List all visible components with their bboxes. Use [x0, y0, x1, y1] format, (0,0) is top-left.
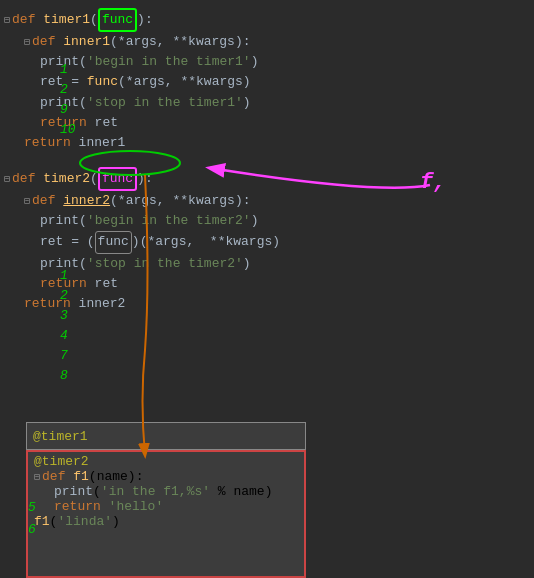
- line-ret-func1: ret = func(*args, **kwargs): [40, 72, 530, 92]
- fold-icon-inner1[interactable]: ⊟: [24, 35, 30, 51]
- line-print-begin2: print('begin in the timer2'): [40, 211, 530, 231]
- line-print-stop1: print('stop in the timer1'): [40, 93, 530, 113]
- line-timer1-def: ⊟ def timer1(func):: [4, 8, 530, 32]
- decorator1-box: @timer1: [26, 422, 306, 450]
- line-timer2-def: ⊟ def timer2(func):: [4, 167, 530, 191]
- annotation-7: 7: [60, 348, 68, 363]
- code-editor: ⊟ def timer1(func): ⊟ def inner1(*args, …: [0, 0, 534, 340]
- line-f1-def: ⊟ def f1(name):: [34, 469, 298, 484]
- line-print-stop2: print('stop in the timer2'): [40, 254, 530, 274]
- line-return-hello: return 'hello': [54, 499, 298, 514]
- decorator2-and-f1-box: @timer2 ⊟ def f1(name): print('in the f1…: [26, 450, 306, 578]
- line-decorator2: @timer2: [34, 454, 298, 469]
- line-return-ret2: return ret: [40, 274, 530, 294]
- annotation-8: 8: [60, 368, 68, 383]
- func-param-highlight: func: [98, 8, 137, 32]
- fold-icon-inner2[interactable]: ⊟: [24, 194, 30, 210]
- func-param-highlight2: func: [98, 167, 137, 191]
- fold-icon-timer1[interactable]: ⊟: [4, 13, 10, 29]
- line-inner1-def: ⊟ def inner1(*args, **kwargs):: [24, 32, 530, 52]
- line-call-f1: f1('linda'): [34, 514, 298, 529]
- line-print-begin1: print('begin in the timer1'): [40, 52, 530, 72]
- spacer1: [4, 153, 530, 167]
- line-return-inner1: return inner1: [24, 133, 530, 153]
- fold-icon-timer2[interactable]: ⊟: [4, 172, 10, 188]
- line-ret-func2: ret = (func)(*args, **kwargs): [40, 231, 530, 253]
- line-inner2-def: ⊟ def inner2(*args, **kwargs):: [24, 191, 530, 211]
- decorator1-text: @timer1: [33, 429, 88, 444]
- spacer2: [4, 314, 530, 332]
- line-return-inner2: return inner2: [24, 294, 530, 314]
- line-return-ret1: return ret: [40, 113, 530, 133]
- fold-icon-f1[interactable]: ⊟: [34, 471, 40, 483]
- line-print-f1: print('in the f1,%s' % name): [54, 484, 298, 499]
